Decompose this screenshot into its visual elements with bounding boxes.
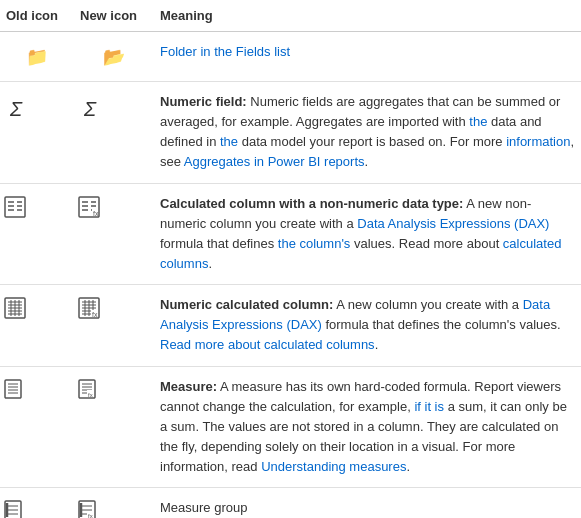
measures-link[interactable]: Understanding measures — [261, 459, 406, 474]
calc-col-link1[interactable]: calculated columns — [160, 236, 561, 271]
svg-text:fx: fx — [88, 513, 93, 518]
old-icon-calc-nonnumeric — [0, 183, 74, 285]
old-icon-measure — [0, 366, 74, 488]
old-icon-measure-group — [0, 488, 74, 518]
svg-text:fx: fx — [88, 392, 93, 398]
table-row: fx Calculated column with a non-numeric … — [0, 183, 581, 285]
aggregates-link[interactable]: Aggregates in Power BI reports — [184, 154, 365, 169]
svg-rect-0 — [5, 197, 25, 217]
meaning-folder: Folder in the Fields list — [154, 32, 581, 82]
meaning-numeric-field: Numeric field: Numeric fields are aggreg… — [154, 82, 581, 184]
col-header-new-icon: New icon — [74, 0, 154, 32]
table-row: Σ Σ Numeric field: Numeric fields are ag… — [0, 82, 581, 184]
table-row: 📁 📂 Folder in the Fields list — [0, 32, 581, 82]
new-icon-sigma: Σ — [74, 82, 154, 184]
svg-rect-36 — [5, 380, 21, 398]
new-icon-calc-numeric: fx — [74, 285, 154, 366]
new-icon-folder: 📂 — [74, 32, 154, 82]
folder-link[interactable]: Folder in the Fields list — [160, 44, 290, 59]
old-icon-folder: 📁 — [0, 32, 74, 82]
meaning-measure-group: Measure group — [154, 488, 581, 518]
table-row: fx Numeric calculated column: A new colu… — [0, 285, 581, 366]
new-icon-calc-nonnumeric: fx — [74, 183, 154, 285]
col-header-old-icon: Old icon — [0, 0, 74, 32]
new-icon-measure: fx — [74, 366, 154, 488]
svg-text:fx: fx — [93, 210, 99, 217]
meaning-calc-numeric: Numeric calculated column: A new column … — [154, 285, 581, 366]
col-header-meaning: Meaning — [154, 0, 581, 32]
table-row: fx Measure group — [0, 488, 581, 518]
meaning-measure: Measure: A measure has its own hard-code… — [154, 366, 581, 488]
old-icon-sigma: Σ — [0, 82, 74, 184]
calc-col-link2[interactable]: Read more about calculated columns — [160, 337, 375, 352]
new-icon-measure-group: fx — [74, 488, 154, 518]
svg-text:fx: fx — [92, 311, 98, 318]
meaning-calc-nonnumeric: Calculated column with a non-numeric dat… — [154, 183, 581, 285]
table-row: fx Measure: A measure has its own hard-c… — [0, 366, 581, 488]
old-icon-calc-numeric — [0, 285, 74, 366]
